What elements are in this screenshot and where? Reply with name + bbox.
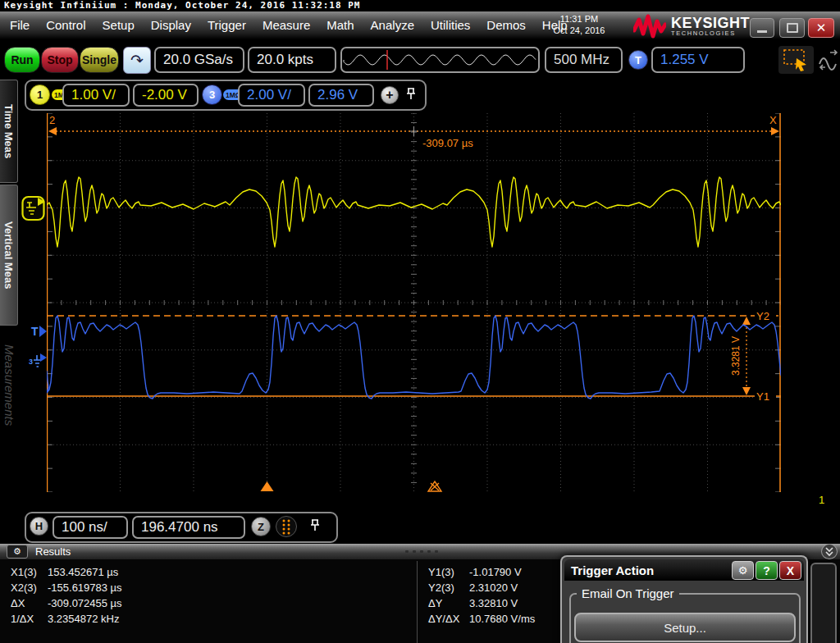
trigger-arrow-icon	[39, 326, 47, 337]
result-value: -1.01790 V	[469, 566, 522, 578]
result-row: ΔY3.32810 V	[428, 597, 518, 609]
menu-item-analyze[interactable]: Analyze	[363, 11, 422, 39]
zoom-mode-button[interactable]: Z	[251, 517, 271, 536]
pin-icon	[404, 86, 418, 103]
result-row: 1/ΔX3.2354872 kHz	[11, 613, 119, 625]
channel-3-offset-box[interactable]: 2.96 V	[308, 84, 374, 107]
horizontal-badge[interactable]: H	[30, 517, 48, 536]
clock: 11:31 PM Oct 24, 2016	[540, 13, 619, 36]
minimize-button[interactable]	[750, 18, 774, 38]
preview-wave-icon	[342, 48, 538, 71]
timebase-pin-button[interactable]	[308, 518, 322, 537]
dialog-help-button[interactable]: ?	[756, 561, 778, 580]
svg-text:Y2: Y2	[756, 310, 769, 322]
bandwidth-box[interactable]: 500 MHz	[545, 47, 623, 73]
timebase-position-box[interactable]: 196.4700 ns	[132, 516, 245, 539]
results-settings-button[interactable]: ⚙	[7, 545, 28, 559]
result-label: Y1(3)	[428, 566, 466, 578]
menu-item-trigger[interactable]: Trigger	[199, 11, 254, 39]
trigger-badge[interactable]: T	[628, 50, 648, 70]
dotted-columns-icon	[280, 518, 293, 535]
collapse-panel-button[interactable]	[821, 544, 838, 559]
channel-3-ground-marker[interactable]: 3	[28, 353, 48, 374]
svg-text:3: 3	[29, 358, 33, 366]
keysight-spark-icon	[633, 14, 666, 39]
acquisition-columns-button[interactable]	[276, 516, 297, 537]
minimize-icon	[757, 30, 767, 33]
timebase-scale-box[interactable]: 100 ns/	[52, 516, 128, 539]
tab-vertical-meas[interactable]: Vertical Meas	[0, 185, 18, 326]
result-label: ΔY/ΔX	[428, 613, 466, 625]
result-row: Y2(3)2.31020 V	[428, 581, 518, 594]
trigger-action-dialog: Trigger Action ⚙ ? X Email On Trigger Se…	[560, 555, 808, 643]
maximize-button[interactable]	[779, 18, 805, 38]
svg-text:2: 2	[49, 114, 55, 126]
email-on-trigger-label: Email On Trigger	[577, 586, 679, 600]
y-axis: 2.00 V1.00 V0.0 V-1.00 V-2.00 V-3.00 V-4…	[784, 113, 840, 492]
oscilloscope-app: Keysight Infiniium : Monday, October 24,…	[0, 0, 840, 643]
channel-3-badge[interactable]: 3	[202, 84, 222, 105]
add-channel-button[interactable]: +	[381, 86, 399, 104]
brand-name: KEYSIGHT	[671, 16, 750, 30]
menu-item-measure[interactable]: Measure	[254, 11, 318, 39]
menu-item-utilities[interactable]: Utilities	[422, 11, 478, 39]
waveform-tool-button[interactable]	[817, 46, 840, 74]
result-row: ΔY/ΔX10.7680 V/ms	[428, 613, 535, 625]
menu-item-control[interactable]: Control	[38, 11, 94, 39]
svg-text:X: X	[769, 114, 777, 126]
result-value: -309.072455 µs	[48, 597, 122, 609]
memory-depth-box[interactable]: 20.0 kpts	[248, 47, 336, 73]
waveform-arrows-icon	[817, 46, 840, 74]
x-axis: -304 ns-204 ns-104 ns-4 ns97 ns196 ns296…	[0, 492, 840, 510]
result-label: Y2(3)	[428, 581, 466, 594]
single-button[interactable]: Single	[80, 47, 119, 73]
result-row: X2(3)-155.619783 µs	[11, 581, 122, 594]
trigger-level-marker[interactable]: T	[31, 325, 47, 338]
result-label: X2(3)	[11, 581, 48, 594]
setup-button[interactable]: Setup...	[574, 613, 796, 642]
menu-item-setup[interactable]: Setup	[94, 11, 143, 39]
menu-item-math[interactable]: Math	[318, 11, 362, 39]
results-divider	[417, 561, 418, 643]
maximize-icon	[787, 23, 798, 33]
trigger-t-label: T	[31, 325, 39, 338]
clock-date: Oct 24, 2016	[540, 25, 619, 36]
tab-time-meas[interactable]: Time Meas	[0, 80, 18, 183]
side-scroll-panel[interactable]	[810, 563, 837, 643]
grid-number: 1	[819, 494, 824, 506]
menu-item-file[interactable]: File	[2, 11, 38, 39]
channel-1-offset-box[interactable]: -2.00 V	[133, 84, 199, 107]
mouse-mode-button[interactable]	[778, 46, 814, 74]
window-titlebar: Keysight Infiniium : Monday, October 24,…	[0, 0, 840, 11]
selection-box-icon	[778, 46, 814, 74]
dialog-title: Trigger Action	[571, 563, 654, 577]
result-label: 1/ΔX	[11, 613, 48, 625]
ground-symbol-icon	[21, 194, 47, 222]
dialog-settings-button[interactable]: ⚙	[732, 561, 754, 580]
channel-1-scale-box[interactable]: 1.00 V/	[62, 84, 130, 107]
result-value: 3.2354872 kHz	[48, 613, 119, 625]
waveform-preview[interactable]	[340, 47, 540, 73]
panel-drag-handle[interactable]	[405, 550, 438, 553]
result-label: ΔY	[428, 597, 466, 609]
ground-symbol-3-icon: 3	[28, 353, 48, 371]
svg-text:Y1: Y1	[756, 390, 769, 403]
channel-1-ground-marker[interactable]	[21, 194, 47, 226]
clock-time: 11:31 PM	[540, 13, 619, 25]
trigger-level-box[interactable]: 1.255 V	[651, 47, 745, 73]
result-value: -155.619783 µs	[48, 581, 122, 594]
run-button[interactable]: Run	[4, 47, 40, 73]
close-button[interactable]: ✕	[808, 18, 834, 38]
waveform-display[interactable]: -309.07 µs2XY2Y13.3281 V	[47, 113, 781, 492]
touch-button[interactable]: ↷	[123, 47, 151, 74]
channel-1-badge[interactable]: 1	[30, 84, 50, 105]
sample-rate-box[interactable]: 20.0 GSa/s	[154, 47, 244, 73]
dialog-close-button[interactable]: X	[779, 561, 801, 580]
stop-button[interactable]: Stop	[41, 47, 79, 73]
waveform-plot: -309.07 µs2XY2Y13.3281 V	[47, 113, 781, 492]
channel-bar-pin-button[interactable]	[404, 86, 418, 106]
result-row: X1(3)153.452671 µs	[11, 566, 118, 578]
menu-item-demos[interactable]: Demos	[478, 11, 534, 39]
menu-item-display[interactable]: Display	[143, 11, 199, 39]
channel-3-scale-box[interactable]: 2.00 V/	[238, 84, 305, 107]
